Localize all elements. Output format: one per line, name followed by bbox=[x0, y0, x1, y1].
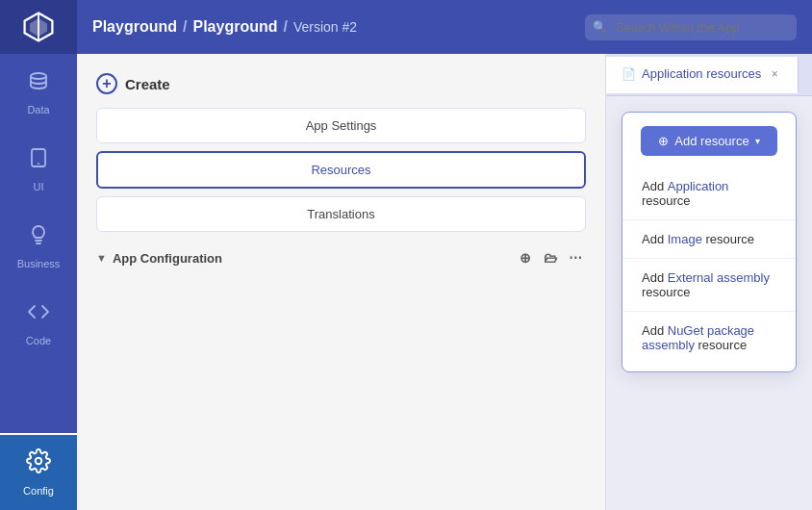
right-panel: 📄 Application resources × ⊕ Add resource… bbox=[606, 54, 812, 510]
menu-item-resources[interactable]: Resources bbox=[96, 151, 586, 189]
sidebar-item-code-label: Code bbox=[26, 335, 51, 346]
search-input[interactable] bbox=[585, 14, 797, 40]
breadcrumb-sep1: / bbox=[183, 18, 187, 36]
search-wrapper bbox=[585, 14, 797, 40]
dropdown-items: Add Application resource Add Image resou… bbox=[622, 164, 796, 371]
tablet-icon bbox=[27, 146, 50, 175]
create-label: Create bbox=[125, 76, 170, 92]
sidebar: Data UI Business Code bbox=[0, 0, 77, 510]
create-header: + Create bbox=[77, 54, 605, 108]
gear-icon bbox=[26, 448, 51, 479]
section-more-btn[interactable]: ⋯ bbox=[565, 247, 586, 268]
section-header: ▼ App Configuration ⊕ 🗁 ⋯ bbox=[77, 232, 605, 276]
lightbulb-icon bbox=[27, 223, 50, 252]
breadcrumb-playground1[interactable]: Playground bbox=[92, 18, 177, 36]
logo bbox=[0, 0, 77, 54]
section-folder-btn[interactable]: 🗁 bbox=[540, 247, 561, 268]
dropdown-item-image[interactable]: Add Image resource bbox=[622, 220, 796, 259]
left-panel: + Create App Settings Resources Translat… bbox=[77, 54, 606, 510]
database-icon bbox=[27, 69, 50, 98]
menu-item-app-settings[interactable]: App Settings bbox=[96, 108, 586, 143]
topbar: Playground / Playground / Version #2 bbox=[77, 0, 812, 54]
sidebar-item-data[interactable]: Data bbox=[0, 54, 77, 131]
tab-label: Application resources bbox=[642, 66, 761, 81]
add-resource-button[interactable]: ⊕ Add resource ▾ bbox=[641, 126, 776, 156]
dropdown-item-nuget[interactable]: Add NuGet package assembly resource bbox=[622, 312, 796, 364]
add-resource-plus-icon: ⊕ bbox=[658, 134, 669, 148]
breadcrumb-version: Version #2 bbox=[293, 19, 357, 35]
add-resource-label: Add resource bbox=[674, 134, 749, 148]
code-icon bbox=[27, 300, 50, 329]
dropdown-item-external[interactable]: Add External assembly resource bbox=[622, 259, 796, 312]
section-label: App Configuration bbox=[113, 251, 222, 266]
svg-point-6 bbox=[36, 458, 42, 465]
dropdown-item-application[interactable]: Add Application resource bbox=[622, 167, 796, 220]
create-icon: + bbox=[96, 73, 117, 94]
chevron-icon: ▼ bbox=[96, 252, 107, 264]
sidebar-item-config-label: Config bbox=[23, 485, 54, 497]
section-add-btn[interactable]: ⊕ bbox=[515, 247, 536, 268]
dropdown-container: ⊕ Add resource ▾ Add Application resourc… bbox=[606, 96, 812, 388]
sidebar-item-business[interactable]: Business bbox=[0, 208, 77, 285]
main-area: Playground / Playground / Version #2 + C… bbox=[77, 0, 812, 510]
breadcrumb-playground2[interactable]: Playground bbox=[192, 18, 277, 36]
tab-bar: 📄 Application resources × bbox=[606, 54, 812, 96]
svg-point-3 bbox=[31, 73, 46, 79]
content-area: + Create App Settings Resources Translat… bbox=[77, 54, 812, 510]
tab-icon: 📄 bbox=[622, 67, 636, 81]
sidebar-item-data-label: Data bbox=[27, 104, 49, 115]
svg-point-5 bbox=[38, 163, 39, 165]
add-resource-header: ⊕ Add resource ▾ bbox=[622, 113, 796, 164]
tab-application-resources[interactable]: 📄 Application resources × bbox=[606, 57, 799, 93]
sidebar-item-ui-label: UI bbox=[34, 181, 44, 192]
menu-item-translations[interactable]: Translations bbox=[96, 196, 586, 232]
sidebar-item-config[interactable]: Config bbox=[0, 433, 77, 510]
chevron-down-icon: ▾ bbox=[755, 136, 760, 146]
breadcrumb: Playground / Playground / Version #2 bbox=[92, 18, 357, 36]
breadcrumb-sep2: / bbox=[283, 18, 287, 36]
sidebar-item-ui[interactable]: UI bbox=[0, 131, 77, 208]
section-actions: ⊕ 🗁 ⋯ bbox=[515, 247, 586, 268]
dropdown-panel: ⊕ Add resource ▾ Add Application resourc… bbox=[622, 112, 797, 372]
sidebar-item-business-label: Business bbox=[17, 258, 61, 269]
sidebar-item-code[interactable]: Code bbox=[0, 285, 77, 362]
tab-close-button[interactable]: × bbox=[767, 66, 782, 82]
menu-items: App Settings Resources Translations bbox=[77, 108, 605, 232]
